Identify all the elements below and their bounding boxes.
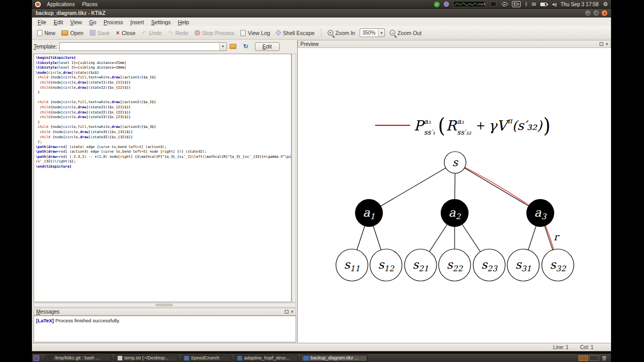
toolbar: NewOpenSave×Close↶Undo↷Redo×Stop Process… xyxy=(32,26,611,40)
code-line: \end{tikzpicture} xyxy=(36,164,291,170)
code-editor-text: \begin{tikzpicture}\tikzstyle{level 1}=[… xyxy=(34,54,291,170)
applications-menu[interactable]: Applications xyxy=(46,2,76,7)
code-line: \begin{tikzpicture} xyxy=(36,56,291,61)
toolbar-button-label: Save xyxy=(98,30,110,36)
clock[interactable]: Thu Sep 3 17:58 xyxy=(560,2,599,7)
menu-insert[interactable]: Insert xyxy=(127,19,148,26)
close-button[interactable]: × xyxy=(602,10,607,16)
editor-horizontal-scrollbar[interactable] xyxy=(34,303,296,307)
workspace-2[interactable] xyxy=(589,355,599,361)
action-node-a1: a1 xyxy=(355,199,383,227)
toolbar-button-shell[interactable]: Shell Escape xyxy=(273,28,317,38)
maximize-button[interactable]: + xyxy=(593,10,599,16)
applet-icon[interactable] xyxy=(490,2,496,7)
template-row: Template: ▾ ↻ Edit xyxy=(34,41,294,52)
scrollbar-thumb[interactable] xyxy=(155,304,173,306)
show-desktop-icon[interactable] xyxy=(34,355,39,361)
toolbar-button-label: View Log xyxy=(248,30,270,36)
window-controls: – + × xyxy=(585,10,607,16)
workspace-1[interactable] xyxy=(578,355,588,361)
template-label: Template: xyxy=(34,43,57,50)
toolbar-button-label: New xyxy=(44,30,55,36)
template-edit-button[interactable]: Edit xyxy=(255,42,280,51)
chevron-down-icon[interactable]: ▾ xyxy=(219,43,227,51)
places-menu[interactable]: Places xyxy=(81,2,99,7)
view-log-icon xyxy=(240,30,246,36)
chevron-down-icon[interactable]: ▾ xyxy=(378,29,384,37)
minimize-button[interactable]: – xyxy=(585,10,591,16)
taskbar-item[interactable]: adaptive_hopf_struc... xyxy=(235,355,298,361)
zoom-in-icon: + xyxy=(328,30,333,36)
menu-process[interactable]: Process xyxy=(100,19,127,26)
toolbar-button-label: Shell Escape xyxy=(283,30,314,36)
code-line: child {node[circle,draw](state32){$s_{32… xyxy=(36,135,291,140)
toolbar-button-label: Undo xyxy=(149,30,162,36)
session-gear-icon[interactable]: ⚙ xyxy=(603,1,608,8)
toolbar-button-label: Zoom Out xyxy=(397,30,422,36)
menu-edit[interactable]: Edit xyxy=(50,19,67,26)
network-icon[interactable] xyxy=(501,2,508,7)
taskbar-item-label: /tmp/ktikz.git : bash ... xyxy=(55,355,100,360)
volume-icon[interactable]: ◄)) xyxy=(551,2,556,7)
battery-icon[interactable] xyxy=(540,3,547,6)
menu-go[interactable]: Go xyxy=(86,19,100,26)
editor-vertical-scrollbar[interactable] xyxy=(292,54,296,302)
float-pane-icon[interactable] xyxy=(600,42,603,46)
indicator-icon[interactable] xyxy=(444,2,449,7)
code-line: child{node[circle,draw](state23){$s_{23}… xyxy=(36,115,291,120)
toolbar-button-zoomin[interactable]: +Zoom In xyxy=(325,28,359,38)
reward-label: r xyxy=(554,231,560,242)
keyboard-layout-indicator[interactable]: En xyxy=(512,1,521,7)
template-open-button[interactable] xyxy=(229,42,239,51)
close-pane-icon[interactable]: × xyxy=(291,310,294,314)
code-line xyxy=(36,95,291,101)
toolbar-button-open[interactable]: Open xyxy=(58,28,87,38)
messages-output: [LaTeX]Process finished successfully. xyxy=(34,316,296,342)
menu-file[interactable]: File xyxy=(34,19,50,26)
code-editor[interactable]: \begin{tikzpicture}\tikzstyle{level 1}=[… xyxy=(34,54,292,302)
menubar: FileEditViewGoProcessInsertSettingsHelp xyxy=(32,18,611,26)
save-icon xyxy=(90,30,95,36)
taskbar-item[interactable]: temp.txt (~/Desktop... xyxy=(115,355,178,361)
taskbar-item[interactable]: /tmp/ktikz.git : bash ... xyxy=(45,355,111,361)
toolbar-button-label: Open xyxy=(70,30,84,36)
taskbar-item[interactable]: backup_diagram.tikz ... xyxy=(301,355,367,361)
template-combobox[interactable]: ▾ xyxy=(59,42,227,51)
open-folder-icon xyxy=(61,30,68,36)
code-line: child{node[circle,draw](state22){$s_{22}… xyxy=(36,110,291,116)
state-node-root: s xyxy=(444,152,466,173)
titlebar[interactable]: backup_diagram.tikz - KTikZ – + × xyxy=(32,9,611,18)
menu-settings[interactable]: Settings xyxy=(148,19,174,26)
menu-view[interactable]: View xyxy=(67,19,86,26)
float-pane-icon[interactable] xyxy=(285,310,288,314)
state-node-s22: s22 xyxy=(439,249,471,281)
bluetooth-icon[interactable]: ᛒ xyxy=(525,2,527,7)
workspace-switcher[interactable] xyxy=(578,355,599,361)
action-node-a3: a3 xyxy=(526,199,554,227)
close-pane-icon[interactable]: × xyxy=(605,42,608,46)
code-line: child {node[circle,fill,text=white,draw]… xyxy=(36,75,291,80)
template-reload-button[interactable]: ↻ xyxy=(241,42,251,51)
menu-help[interactable]: Help xyxy=(174,19,193,26)
code-line: }; xyxy=(36,140,291,145)
taskbar-item-label: adaptive_hopf_struc... xyxy=(244,355,290,360)
zoom-level-combobox[interactable]: 350%▾ xyxy=(360,28,385,37)
toolbar-button-zoomout[interactable]: −Zoom Out xyxy=(387,28,425,38)
preview-pane: Preview × P a₃ ss′₁ ( R a₃ xyxy=(297,40,611,342)
toolbar-button-viewlog[interactable]: View Log xyxy=(237,28,273,38)
text-file-icon xyxy=(118,356,122,360)
status-ok-icon[interactable]: ✓ xyxy=(434,2,440,7)
toolbar-button-close[interactable]: ×Close xyxy=(113,28,139,38)
taskbar-item[interactable]: SpeedCrunch xyxy=(182,355,231,361)
toolbar-button-save: Save xyxy=(87,28,113,38)
toolbar-button-undo: ↶Undo xyxy=(139,28,165,38)
audio-scope-icon[interactable] xyxy=(453,1,486,7)
taskbar-item-label: temp.txt (~/Desktop... xyxy=(124,355,169,360)
trash-icon[interactable] xyxy=(602,355,607,361)
code-line: \path[draw=red] (-2.3,1) -- +(1,0) node[… xyxy=(36,155,291,160)
toolbar-button-new[interactable]: New xyxy=(34,28,58,38)
code-line: child {node[circle,fill,text=white,draw]… xyxy=(36,125,291,130)
distro-logo-icon[interactable] xyxy=(35,2,41,7)
mail-icon[interactable]: ✉ xyxy=(532,2,536,7)
code-line: (s'_{32})\right)$}; xyxy=(36,159,291,164)
